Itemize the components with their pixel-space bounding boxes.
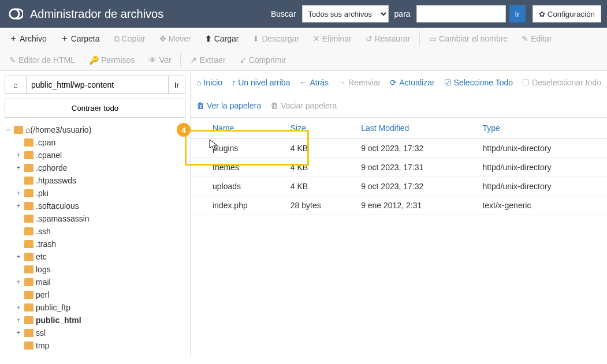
upload-button[interactable]: ⬆Cargar — [198, 28, 246, 50]
delete-button[interactable]: ✕Eliminar — [306, 28, 359, 50]
nav-home-button[interactable]: ⌂Inicio — [196, 76, 222, 89]
home-button[interactable]: ⌂ — [5, 76, 27, 94]
folder-icon — [24, 316, 33, 324]
left-panel: ⌂ Ir Contraer todo − ⌂ (/home3/usuario) … — [0, 71, 191, 357]
view-button[interactable]: 👁Ver — [141, 50, 178, 70]
tree-node[interactable]: .htpasswds — [15, 174, 185, 187]
file-row[interactable]: themes4 KB9 oct 2023, 17:31httpd/unix-di… — [191, 158, 607, 177]
tree-node[interactable]: tmp — [15, 339, 185, 352]
tree-node[interactable]: +.cphorde — [15, 162, 185, 174]
select-all-button[interactable]: ☑Seleccione Todo — [444, 76, 513, 89]
right-panel: ⌂Inicio ↑Un nivel arriba ←Atrás →Reenvia… — [191, 71, 607, 357]
folder-icon — [24, 265, 33, 273]
edit-icon: ✎ — [522, 34, 528, 43]
tree-root-label: (/home3/usuario) — [30, 125, 91, 134]
expand-icon[interactable]: + — [15, 278, 22, 286]
deselect-all-button[interactable]: ☐Deseleccionar todo — [522, 76, 601, 89]
permissions-button[interactable]: 🔑Permisos — [82, 50, 141, 70]
expand-icon[interactable]: + — [15, 329, 22, 337]
search-input[interactable] — [416, 5, 506, 22]
tree-node-label: .cpan — [36, 138, 55, 147]
file-row[interactable]: plugins4 KB9 oct 2023, 17:32httpd/unix-d… — [191, 139, 607, 158]
expand-icon[interactable]: + — [15, 316, 22, 324]
collapse-all-button[interactable]: Contraer todo — [5, 99, 185, 118]
nav-up-button[interactable]: ↑Un nivel arriba — [232, 76, 290, 89]
tree-node[interactable]: perl — [15, 288, 185, 301]
eye-icon: 👁 — [148, 55, 157, 65]
expand-icon[interactable]: + — [15, 202, 22, 210]
separator — [419, 31, 420, 46]
tree-node[interactable]: +etc — [15, 250, 185, 263]
folder-icon — [24, 342, 33, 350]
tree-node[interactable]: .ssh — [15, 225, 185, 238]
expand-icon[interactable]: + — [15, 164, 22, 172]
compress-button[interactable]: ↙Comprimir — [233, 50, 293, 70]
folder-icon — [24, 291, 33, 299]
plus-icon: ＋ — [9, 33, 17, 44]
tree-node-label: tmp — [36, 341, 49, 350]
path-go-button[interactable]: Ir — [169, 76, 185, 94]
col-name[interactable]: Name — [206, 118, 284, 139]
tree-node[interactable]: .spamassassin — [15, 212, 185, 225]
expand-icon[interactable]: + — [15, 189, 22, 197]
view-trash-button[interactable]: 🗑Ver la papelera — [196, 99, 261, 112]
tree-node[interactable]: +ssl — [15, 327, 185, 339]
col-icon[interactable] — [191, 118, 206, 139]
search-label: Buscar — [271, 9, 296, 18]
col-modified[interactable]: Last Modified — [354, 118, 475, 139]
tree-node-label: .trash — [36, 239, 56, 249]
empty-trash-button[interactable]: 🗑Vaciar papelera — [270, 99, 337, 112]
file-modified: 9 oct 2023, 17:32 — [354, 139, 475, 158]
tree-node[interactable]: +.cpanel — [15, 149, 185, 162]
download-button[interactable]: ⬇Descargar — [245, 28, 306, 50]
expand-icon[interactable]: + — [15, 253, 22, 261]
folder-icon — [24, 151, 33, 159]
search-area: Buscar Todos sus archivos para Ir ✿ Conf… — [269, 5, 601, 22]
tree-node-label: .cpanel — [36, 151, 62, 160]
file-row[interactable]: uploads4 KB9 oct 2023, 17:32httpd/unix-d… — [191, 177, 607, 196]
edit-button[interactable]: ✎Editar — [515, 28, 559, 50]
expand-icon[interactable]: + — [15, 151, 22, 159]
move-button[interactable]: ✥Mover — [152, 28, 198, 50]
tree-node[interactable]: +mail — [15, 276, 185, 288]
folder-icon — [24, 189, 33, 197]
search-scope-select[interactable]: Todos sus archivos — [302, 5, 389, 22]
rename-icon: ▭ — [429, 34, 437, 43]
col-size[interactable]: Size — [284, 118, 354, 139]
tree-node[interactable]: .cpan — [15, 136, 185, 149]
settings-button[interactable]: ✿ Configuración — [532, 5, 601, 22]
path-input[interactable] — [27, 76, 169, 94]
tree-node-label: .softaculous — [36, 201, 79, 211]
up-icon: ↑ — [232, 78, 236, 87]
tree-node[interactable]: +public_ftp — [15, 301, 185, 314]
tree-node[interactable]: logs — [15, 263, 185, 276]
gear-icon: ✿ — [539, 10, 545, 18]
col-type[interactable]: Type — [475, 118, 607, 139]
new-folder-button[interactable]: ＋Carpeta — [54, 28, 107, 50]
collapse-icon[interactable]: − — [5, 126, 12, 134]
tree-node-label: .htpasswds — [36, 176, 76, 185]
tree-node[interactable]: +public_html — [15, 314, 185, 327]
file-size: 4 KB — [284, 158, 354, 177]
search-for-label: para — [394, 9, 411, 18]
html-editor-button[interactable]: ✎Editor de HTML — [2, 50, 82, 70]
nav-forward-button[interactable]: →Reenviar — [338, 76, 381, 89]
extract-button[interactable]: ↗Extraer — [183, 50, 232, 70]
rename-button[interactable]: ▭Cambiar el nombre — [422, 28, 515, 50]
tree-node[interactable]: +.softaculous — [15, 200, 185, 212]
key-icon: 🔑 — [89, 55, 99, 65]
file-row[interactable]: index.php28 bytes9 ene 2012, 2:31text/x-… — [191, 196, 607, 215]
trash-icon: 🗑 — [196, 101, 204, 110]
tree-node[interactable]: .trash — [15, 238, 185, 250]
tree-root[interactable]: − ⌂ (/home3/usuario) — [5, 123, 185, 136]
nav-reload-button[interactable]: ⟳Actualizar — [390, 76, 434, 89]
expand-icon[interactable]: + — [15, 303, 22, 312]
search-go-button[interactable]: Ir — [509, 5, 526, 22]
nav-back-button[interactable]: ←Atrás — [299, 76, 329, 89]
restore-button[interactable]: ↺Restaurar — [359, 28, 417, 50]
new-file-button[interactable]: ＋Archivo — [2, 28, 54, 50]
file-modified: 9 ene 2012, 2:31 — [354, 196, 475, 215]
annotation-badge: 4 — [177, 123, 191, 137]
tree-node[interactable]: +.pki — [15, 187, 185, 200]
copy-button[interactable]: ⧉Copiar — [107, 28, 152, 50]
